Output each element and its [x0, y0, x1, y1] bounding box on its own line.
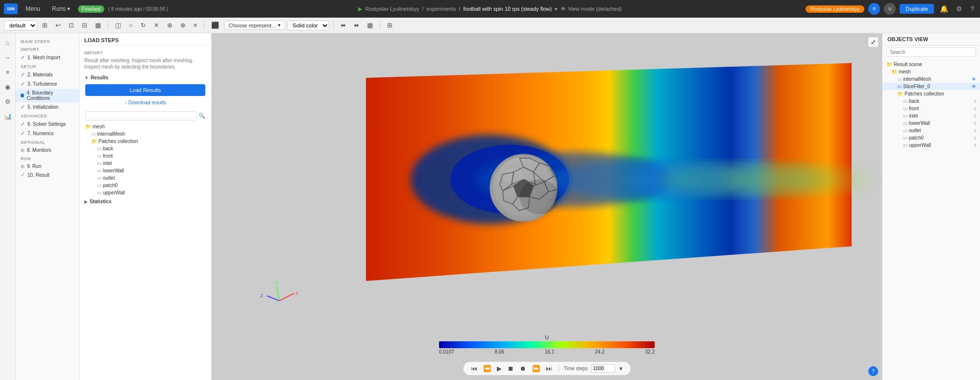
tree-row-back[interactable]: ▭ back	[94, 145, 208, 152]
obj-patches[interactable]: 📁 Patches collection	[882, 90, 980, 97]
toolbar-btn-12[interactable]: ≡	[191, 20, 200, 31]
toolbar-btn-10[interactable]: ⊕	[164, 20, 175, 31]
choose-represent-label: Choose represent...	[228, 23, 276, 28]
step-run[interactable]: 9. Run	[16, 162, 79, 170]
toolbar-btn-3[interactable]: ⊡	[66, 20, 77, 31]
objects-panel: OBJECTS VIEW 📁 Result scene 📁 mesh ▭ int…	[882, 33, 980, 380]
expand-viewport-button[interactable]: ⤢	[868, 37, 878, 47]
notification-button[interactable]: 🔔	[938, 3, 950, 15]
choose-represent-dropdown[interactable]: Choose represent... ▾	[224, 21, 285, 30]
search-icon[interactable]: 🔍	[198, 113, 205, 119]
run-section-label: Run	[16, 154, 79, 162]
statistics-section-header[interactable]: ▶ Statistics	[82, 197, 208, 206]
top-right-controls: Rostyslav Lyulinetskyy R U Duplicate 🔔 ⚙…	[806, 3, 976, 15]
record-button[interactable]: ⏺	[518, 364, 528, 373]
duplicate-button[interactable]: Duplicate	[900, 4, 934, 14]
file-icon-inlet: ▭	[97, 161, 101, 166]
step-8-indicator	[21, 148, 24, 152]
time-steps-dropdown[interactable]: ▾	[618, 364, 624, 373]
obj-outlet[interactable]: ▭ outlet 3	[882, 127, 980, 134]
play-button[interactable]: ▶	[495, 364, 503, 373]
tree-row-upper[interactable]: ▭ upperWall	[94, 189, 208, 196]
tree-row-mesh[interactable]: 📁 mesh	[82, 123, 208, 130]
left-icon-settings[interactable]: ⚙	[1, 95, 14, 108]
skip-fwd-button[interactable]: ⏭	[544, 364, 554, 373]
menu-button[interactable]: Menu	[22, 3, 44, 14]
tree-row-lower-wall[interactable]: ▭ lowerWall	[94, 167, 208, 174]
step-fwd-button[interactable]: ⏩	[531, 364, 541, 373]
step-result[interactable]: ✓ 10. Result	[16, 170, 79, 180]
time-steps-input[interactable]	[590, 364, 615, 373]
step-monitors[interactable]: 8. Monitors	[16, 146, 79, 154]
settings-button[interactable]: ⚙	[954, 3, 964, 15]
solid-color-select[interactable]: Solid color	[287, 21, 329, 30]
toolbar-btn-5[interactable]: ▦	[92, 20, 104, 31]
content-description: Result after meshing. Inspect mesh after…	[82, 57, 208, 73]
step-turbulence[interactable]: ✓ 3. Turbulence	[16, 79, 79, 89]
results-section-header[interactable]: ▼ Results	[82, 73, 208, 82]
step-back-button[interactable]: ⏪	[482, 364, 492, 373]
obj-upper-wall[interactable]: ▭ upperWall 3	[882, 142, 980, 149]
tree-search-input[interactable]	[85, 111, 196, 120]
tree-row-front[interactable]: ▭ front	[94, 152, 208, 160]
obj-mesh[interactable]: 📁 mesh	[882, 68, 980, 75]
step-mesh-import[interactable]: ✓ 1. Mesh Import	[16, 53, 79, 62]
viewport[interactable]: x y z U 0.0107 8.06 16.1 24.2 32.2 ⏮ ⏪ ▶	[212, 33, 882, 380]
toolbar-btn-16[interactable]: ▦	[364, 20, 376, 31]
tree-label-internal-mesh: internalMesh	[97, 131, 125, 137]
toolbar-btn-13[interactable]: ⬛	[208, 20, 222, 31]
obj-slice-filter[interactable]: ▭ SliceFilter_0 👁	[882, 83, 980, 90]
runs-button[interactable]: Runs ▾	[48, 3, 74, 14]
obj-internal-mesh[interactable]: ▭ internalMesh 👁	[882, 75, 980, 83]
stop-button[interactable]: ⏹	[506, 364, 515, 373]
tree-row-internal-mesh[interactable]: ▭ internalMesh	[88, 130, 208, 138]
toolbar-btn-8[interactable]: ↻	[138, 20, 149, 31]
tree-label-patches: Patches collection	[98, 139, 138, 144]
left-icon-home[interactable]: ⌂	[1, 36, 14, 49]
obj-lower-wall[interactable]: ▭ lowerWall 3	[882, 119, 980, 127]
left-icon-view[interactable]: ◉	[1, 80, 14, 93]
tree-row-inlet[interactable]: ▭ inlet	[94, 160, 208, 167]
default-select[interactable]: default	[4, 21, 37, 30]
file-icon-obj-lower: ▭	[903, 120, 907, 126]
load-results-button[interactable]: Load Results	[85, 84, 205, 96]
toolbar-btn-1[interactable]: ⊞	[39, 20, 50, 31]
download-button[interactable]: ↓ Download results	[85, 98, 205, 107]
tree-row-outlet[interactable]: ▭ outlet	[94, 174, 208, 182]
step-initialization[interactable]: ✓ 5. Initialization	[16, 102, 79, 112]
step-5-label: 5. Initialization	[27, 104, 58, 110]
toolbar-btn-6[interactable]: ◫	[112, 20, 124, 31]
help-icon-button[interactable]: ?	[868, 366, 878, 376]
step-solver[interactable]: ✓ 6. Solver Settings	[16, 119, 79, 129]
tree-row-patches[interactable]: 📁 Patches collection	[88, 138, 208, 145]
toolbar-btn-7[interactable]: ○	[126, 20, 136, 31]
step-materials[interactable]: ✓ 2. Materials	[16, 70, 79, 79]
tree-row-patch0[interactable]: ▭ patch0	[94, 182, 208, 189]
toolbar-btn-11[interactable]: ⊗	[177, 20, 189, 31]
obj-back[interactable]: ▭ back 3	[882, 97, 980, 105]
obj-front[interactable]: ▭ front 3	[882, 105, 980, 112]
toolbar-btn-15[interactable]: ⬌	[351, 20, 362, 31]
results-section-title: Results	[91, 75, 108, 80]
colorbar: U 0.0107 8.06 16.1 24.2 32.2	[439, 334, 655, 355]
left-icon-chart[interactable]: 📊	[1, 110, 14, 122]
avatar-primary: R	[868, 3, 880, 15]
toolbar-btn-14[interactable]: ⬌	[338, 20, 349, 31]
skip-back-button[interactable]: ⏮	[469, 364, 479, 373]
left-icon-arrow[interactable]: ↔	[1, 51, 14, 64]
toolbar-btn-9[interactable]: ✕	[151, 20, 162, 31]
obj-inlet[interactable]: ▭ inlet 3	[882, 112, 980, 119]
step-boundary-conditions[interactable]: 4. Boundary Conditions	[16, 89, 79, 102]
toolbar-btn-2[interactable]: ↩	[52, 20, 64, 31]
left-icon-layers[interactable]: ≡	[1, 66, 14, 78]
obj-result-scene[interactable]: 📁 Result scene	[882, 61, 980, 68]
step-1-check: ✓	[21, 54, 25, 61]
tree-label-mesh: mesh	[93, 124, 104, 129]
objects-search-input[interactable]	[886, 48, 976, 57]
step-numerics[interactable]: ✓ 7. Numerics	[16, 129, 79, 138]
toolbar-btn-4[interactable]: ⊟	[79, 20, 90, 31]
obj-patch0[interactable]: ▭ patch0 3	[882, 134, 980, 142]
toolbar-btn-17[interactable]: ⊞	[384, 20, 395, 31]
help-button[interactable]: ?	[968, 3, 976, 15]
view-mode-button[interactable]: 👁 View mode (detached)	[561, 6, 622, 12]
